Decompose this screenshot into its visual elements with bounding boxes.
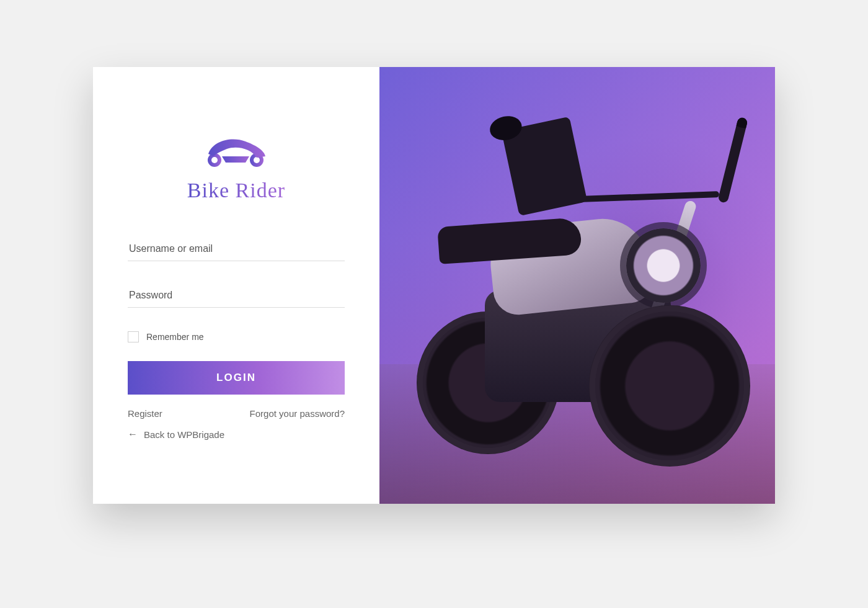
forgot-password-link[interactable]: Forgot your password? xyxy=(250,408,345,419)
password-field-wrap xyxy=(128,284,345,308)
motorcycle-icon xyxy=(202,135,270,168)
back-to-site-label: Back to WPBrigade xyxy=(144,429,224,440)
svg-point-2 xyxy=(211,157,218,163)
login-card: Bike Rider Remember me LOGIN Register Fo… xyxy=(93,67,775,504)
svg-point-3 xyxy=(254,157,260,163)
remember-me-label[interactable]: Remember me xyxy=(146,332,204,342)
password-input[interactable] xyxy=(128,284,345,308)
brand-name: Bike Rider xyxy=(187,179,285,202)
username-input[interactable] xyxy=(128,237,345,261)
register-link[interactable]: Register xyxy=(128,408,162,419)
login-button[interactable]: LOGIN xyxy=(128,361,345,395)
arrow-left-icon: ← xyxy=(128,429,138,440)
back-to-site-link[interactable]: ← Back to WPBrigade xyxy=(128,429,345,440)
brand-block: Bike Rider xyxy=(128,135,345,202)
remember-me-checkbox[interactable] xyxy=(128,331,139,342)
secondary-links: Register Forgot your password? xyxy=(128,408,345,419)
username-field-wrap xyxy=(128,237,345,261)
login-panel: Bike Rider Remember me LOGIN Register Fo… xyxy=(93,67,379,504)
hero-image-panel xyxy=(379,67,775,504)
remember-me-row: Remember me xyxy=(128,331,345,342)
motorcycle-photo-illustration xyxy=(379,67,775,504)
